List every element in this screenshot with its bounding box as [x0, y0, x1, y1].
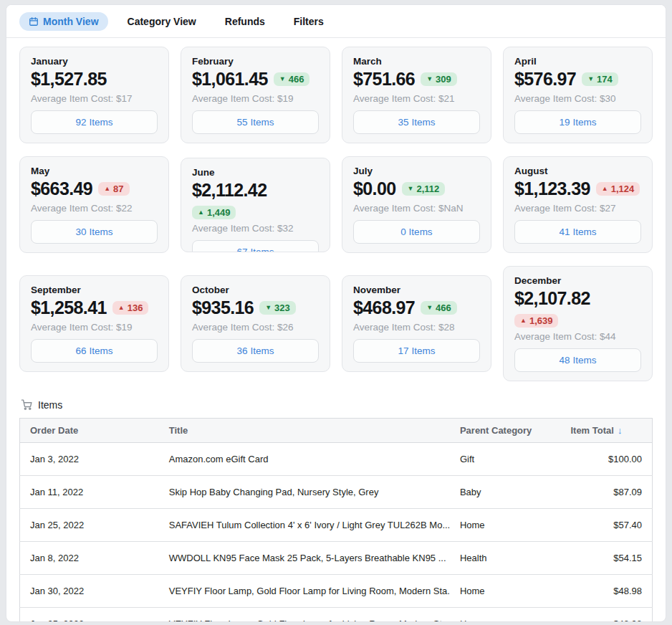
table-row[interactable]: Jan 11, 2022Skip Hop Baby Changing Pad, …: [20, 476, 653, 509]
title-cell: VEYFIY Floor Lamp, Gold Floor Lamp for L…: [159, 608, 450, 623]
title-cell: Skip Hop Baby Changing Pad, Nursery Styl…: [159, 476, 450, 509]
tab-label: Filters: [294, 16, 324, 27]
month-card-february: February$1,061.45▼466Average Item Cost: …: [181, 47, 330, 143]
items-count-button[interactable]: 48 Items: [514, 348, 641, 372]
table-row[interactable]: Jan 25, 2022SAFAVIEH Tulum Collection 4'…: [20, 509, 653, 542]
items-count-button[interactable]: 92 Items: [31, 110, 158, 134]
change-value: 1,124: [611, 184, 635, 194]
month-total-row: $2,107.82: [514, 288, 641, 309]
average-item-cost: Average Item Cost: $22: [31, 203, 158, 214]
change-badge-green: ▼466: [421, 301, 457, 315]
calendar-icon: [29, 16, 39, 27]
change-badge-green: ▼466: [274, 72, 310, 86]
average-item-cost: Average Item Cost: $19: [192, 93, 319, 104]
title-cell: WWDOLL KN95 Face Mask 25 Pack, 5-Layers …: [159, 542, 450, 575]
month-card-november: November$468.97▼466Average Item Cost: $2…: [342, 275, 491, 372]
change-value: 2,112: [416, 184, 439, 194]
items-count-button[interactable]: 30 Items: [31, 220, 158, 244]
items-count-button[interactable]: 17 Items: [353, 339, 480, 363]
items-count-button[interactable]: 55 Items: [192, 110, 319, 134]
arrow-down-icon: ▼: [279, 76, 286, 82]
parent-category-cell: Baby: [450, 476, 561, 509]
order-date-cell: Jan 3, 2022: [20, 443, 159, 476]
cart-icon: [21, 399, 33, 411]
items-count-button[interactable]: 41 Items: [514, 220, 641, 244]
arrow-down-icon: ▼: [408, 186, 414, 192]
month-total-row: $1,061.45▼466: [192, 69, 319, 90]
change-value: 136: [128, 303, 143, 312]
items-count-button[interactable]: 67 Items: [192, 240, 319, 252]
change-badge-green: ▼309: [421, 72, 457, 86]
change-badge-green: ▼174: [582, 72, 618, 86]
items-count-button[interactable]: 19 Items: [514, 110, 641, 134]
order-date-cell: Jan 8, 2022: [20, 542, 159, 575]
items-heading: Items: [19, 394, 653, 418]
month-total: $663.49: [31, 178, 92, 199]
month-total-row: $663.49▲87: [31, 178, 158, 199]
month-card-april: April$576.97▼174Average Item Cost: $3019…: [503, 47, 653, 143]
title-cell: Amazon.com eGift Card: [159, 443, 450, 476]
change-badge-green: ▼2,112: [402, 182, 446, 196]
items-count-button[interactable]: 36 Items: [192, 339, 319, 363]
items-count-button[interactable]: 35 Items: [353, 110, 480, 134]
column-header-order-date[interactable]: Order Date: [20, 419, 159, 443]
change-badge-green: ▲1,449: [192, 206, 236, 219]
table-row[interactable]: Jan 25, 2022VEYFIY Floor Lamp, Gold Floo…: [20, 608, 653, 623]
table-row[interactable]: Jan 8, 2022WWDOLL KN95 Face Mask 25 Pack…: [20, 542, 653, 575]
change-badge-green: ▼323: [259, 301, 296, 315]
change-badge-red: ▲1,639: [514, 314, 558, 328]
month-total-row: $468.97▼466: [353, 297, 480, 318]
tab-month-view[interactable]: Month View: [19, 12, 108, 31]
month-name: April: [514, 56, 641, 67]
title-cell: VEYFIY Floor Lamp, Gold Floor Lamp for L…: [159, 575, 450, 608]
average-item-cost: Average Item Cost: $30: [514, 93, 641, 104]
month-total: $1,258.41: [31, 297, 107, 318]
month-name: February: [192, 56, 319, 67]
page: Month ViewCategory ViewRefundsFilters Ja…: [6, 4, 666, 622]
month-name: August: [514, 166, 641, 176]
column-label: Parent Category: [460, 425, 532, 436]
arrow-down-icon: ▼: [265, 305, 272, 311]
tab-refunds[interactable]: Refunds: [216, 12, 274, 31]
average-item-cost: Average Item Cost: $21: [353, 93, 480, 104]
arrow-down-icon: ▼: [587, 76, 594, 82]
month-total: $0.00: [353, 178, 396, 199]
arrow-up-icon: ▲: [198, 209, 204, 216]
month-total-row: $1,527.85: [31, 69, 158, 90]
column-header-parent-category[interactable]: Parent Category: [450, 419, 561, 443]
table-row[interactable]: Jan 3, 2022Amazon.com eGift CardGift$100…: [20, 443, 653, 476]
average-item-cost: Average Item Cost: $NaN: [353, 203, 480, 214]
tab-label: Month View: [43, 16, 99, 27]
tab-category-view[interactable]: Category View: [118, 12, 206, 31]
month-total: $1,527.85: [31, 69, 107, 90]
month-total-row: $1,258.41▲136: [31, 297, 158, 318]
change-value: 1,449: [207, 208, 231, 217]
item-total-cell: $48.98: [560, 608, 652, 623]
items-section: Items Order Date Title Parent Category I…: [19, 394, 653, 622]
month-total: $751.66: [353, 69, 415, 90]
items-table: Order Date Title Parent Category Item To…: [19, 418, 653, 622]
order-date-cell: Jan 25, 2022: [20, 608, 159, 623]
tab-label: Refunds: [225, 16, 265, 27]
arrow-up-icon: ▲: [118, 305, 125, 311]
items-title: Items: [38, 399, 62, 411]
column-label: Title: [169, 425, 188, 436]
month-name: November: [353, 285, 480, 295]
month-total: $2,107.82: [514, 288, 590, 309]
average-item-cost: Average Item Cost: $27: [514, 203, 641, 214]
month-card-august: August$1,123.39▲1,124Average Item Cost: …: [503, 156, 653, 253]
change-badge-red: ▲87: [98, 182, 129, 196]
month-card-june: June$2,112.42▲1,449Average Item Cost: $3…: [181, 158, 330, 252]
arrow-down-icon: ▼: [426, 76, 433, 82]
column-header-item-total[interactable]: Item Total↓: [560, 419, 652, 443]
items-count-button[interactable]: 0 Items: [353, 220, 480, 244]
month-total-row: $751.66▼309: [353, 69, 480, 90]
top-navigation: Month ViewCategory ViewRefundsFilters: [6, 5, 666, 38]
sort-desc-icon[interactable]: ↓: [618, 425, 623, 436]
month-total: $576.97: [514, 69, 576, 90]
items-count-button[interactable]: 66 Items: [31, 339, 158, 363]
table-row[interactable]: Jan 30, 2022VEYFIY Floor Lamp, Gold Floo…: [20, 575, 653, 608]
column-header-title[interactable]: Title: [159, 419, 450, 443]
card-row-1: January$1,527.85Average Item Cost: $1792…: [19, 47, 653, 143]
tab-filters[interactable]: Filters: [284, 12, 333, 31]
